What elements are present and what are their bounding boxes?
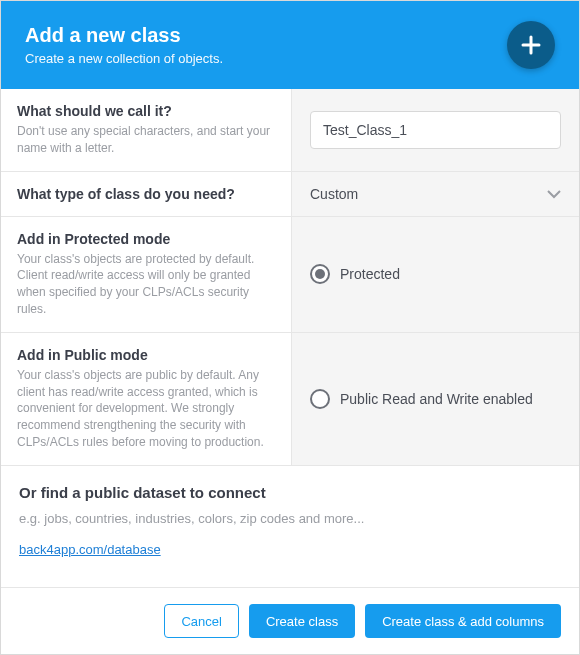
protected-label: Protected (340, 266, 400, 282)
chevron-down-icon (547, 185, 561, 203)
class-name-input[interactable] (310, 111, 561, 149)
row-name: What should we call it? Don't use any sp… (1, 89, 579, 172)
dataset-link[interactable]: back4app.com/database (19, 542, 161, 557)
modal-body: What should we call it? Don't use any sp… (1, 89, 579, 587)
add-button[interactable] (507, 21, 555, 69)
name-help: Don't use any special characters, and st… (17, 123, 275, 157)
radio-icon (310, 264, 330, 284)
modal-title: Add a new class (25, 24, 223, 47)
public-dataset-section: Or find a public dataset to connect e.g.… (1, 466, 579, 568)
row-public: Add in Public mode Your class's objects … (1, 333, 579, 466)
create-class-button[interactable]: Create class (249, 604, 355, 638)
protected-option-wrap: Protected (291, 217, 579, 332)
public-radio-option[interactable]: Public Read and Write enabled (310, 389, 533, 409)
type-question-block: What type of class do you need? (1, 172, 291, 216)
modal-footer: Cancel Create class Create class & add c… (1, 587, 579, 654)
name-question: What should we call it? (17, 103, 275, 119)
protected-help: Your class's objects are protected by de… (17, 251, 275, 318)
type-select-wrap: Custom (291, 172, 579, 216)
protected-question-block: Add in Protected mode Your class's objec… (1, 217, 291, 332)
add-class-modal: Add a new class Create a new collection … (0, 0, 580, 655)
protected-radio-option[interactable]: Protected (310, 264, 400, 284)
public-help: Your class's objects are public by defau… (17, 367, 275, 451)
public-question-block: Add in Public mode Your class's objects … (1, 333, 291, 465)
row-protected: Add in Protected mode Your class's objec… (1, 217, 579, 333)
cancel-button[interactable]: Cancel (164, 604, 238, 638)
public-option-wrap: Public Read and Write enabled (291, 333, 579, 465)
name-input-wrap (291, 89, 579, 171)
protected-title: Add in Protected mode (17, 231, 275, 247)
dataset-title: Or find a public dataset to connect (19, 484, 561, 501)
name-question-block: What should we call it? Don't use any sp… (1, 89, 291, 171)
class-type-select[interactable]: Custom (310, 186, 561, 202)
create-class-add-columns-button[interactable]: Create class & add columns (365, 604, 561, 638)
radio-icon (310, 389, 330, 409)
header-text: Add a new class Create a new collection … (25, 24, 223, 66)
public-title: Add in Public mode (17, 347, 275, 363)
type-question: What type of class do you need? (17, 186, 235, 202)
modal-header: Add a new class Create a new collection … (1, 1, 579, 89)
public-label: Public Read and Write enabled (340, 391, 533, 407)
class-type-selected: Custom (310, 186, 358, 202)
row-type: What type of class do you need? Custom (1, 172, 579, 217)
plus-icon (520, 34, 542, 56)
dataset-example: e.g. jobs, countries, industries, colors… (19, 511, 561, 526)
modal-subtitle: Create a new collection of objects. (25, 51, 223, 66)
